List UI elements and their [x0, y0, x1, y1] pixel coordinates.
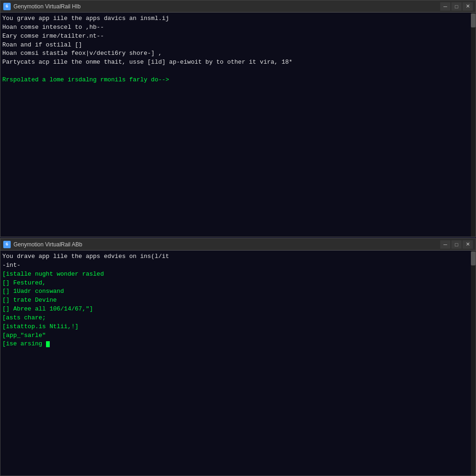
line-2: Hoan comse intescel to ,hb-- — [2, 23, 474, 32]
cursor — [46, 341, 50, 347]
close-btn-2[interactable]: ✕ — [463, 240, 473, 249]
b-line-10: [app_"sarle" — [2, 331, 474, 340]
close-btn-1[interactable]: ✕ — [463, 2, 473, 11]
b-line-3: [istalle nught wonder rasled — [2, 270, 474, 279]
b-line-2: -int- — [2, 261, 474, 270]
scrollbar-2[interactable] — [471, 251, 476, 476]
title-bar-1: G Genymotion VirtualRail HIb ─ □ ✕ — [0, 0, 476, 13]
terminal-output-2: You drave app lile the apps edvies on in… — [0, 251, 476, 476]
title-bar-2: G Genymotion VirtualRail ABb ─ □ ✕ — [0, 238, 476, 251]
b-line-5: [] 1Uadr conswand — [2, 287, 474, 296]
minimize-btn-2[interactable]: ─ — [440, 240, 450, 249]
maximize-btn-1[interactable]: □ — [451, 2, 462, 11]
line-4: Roan and if ostilal [] — [2, 41, 474, 50]
app-icon-2: G — [3, 241, 11, 248]
line-8: Rrspolated a lome irsdalng rmonils farly… — [2, 76, 474, 85]
b-line-1: You drave app lile the apps edvies on in… — [2, 252, 474, 261]
terminal-window-1: G Genymotion VirtualRail HIb ─ □ ✕ You g… — [0, 0, 476, 237]
line-7 — [2, 67, 474, 76]
b-line-7: [] Abree all 106/14/67,"] — [2, 305, 474, 314]
line-1: You grave app iile the apps davics an in… — [2, 14, 474, 23]
b-line-8: [asts chare; — [2, 314, 474, 323]
title-text-2: Genymotion VirtualRail ABb — [13, 241, 440, 248]
minimize-btn-1[interactable]: ─ — [440, 2, 450, 11]
scrollbar-1[interactable] — [471, 13, 476, 237]
b-line-11: [ise arsing — [2, 340, 474, 349]
terminal-output-1: You grave app iile the apps davics an in… — [0, 13, 476, 237]
title-text-1: Genymotion VirtualRail HIb — [13, 3, 440, 10]
window-controls-1: ─ □ ✕ — [440, 2, 473, 11]
app-icon-1: G — [3, 3, 11, 10]
line-5: Hoan comsi stastle feox|v/decti6ry shore… — [2, 49, 474, 58]
scrollbar-thumb-1[interactable] — [471, 13, 476, 27]
scrollbar-thumb-2[interactable] — [471, 251, 476, 265]
line-6: Partycats acp ille the onme thait, usse … — [2, 58, 474, 67]
line-3: Eary comse irme/tailter.nt-- — [2, 32, 474, 41]
b-line-6: [] trate Devine — [2, 296, 474, 305]
maximize-btn-2[interactable]: □ — [451, 240, 462, 249]
terminal-window-2: G Genymotion VirtualRail ABb ─ □ ✕ You d… — [0, 238, 476, 476]
b-line-9: [istattop.is Ntlii,!] — [2, 323, 474, 331]
b-line-4: [] Festured, — [2, 279, 474, 288]
window-controls-2: ─ □ ✕ — [440, 240, 473, 249]
